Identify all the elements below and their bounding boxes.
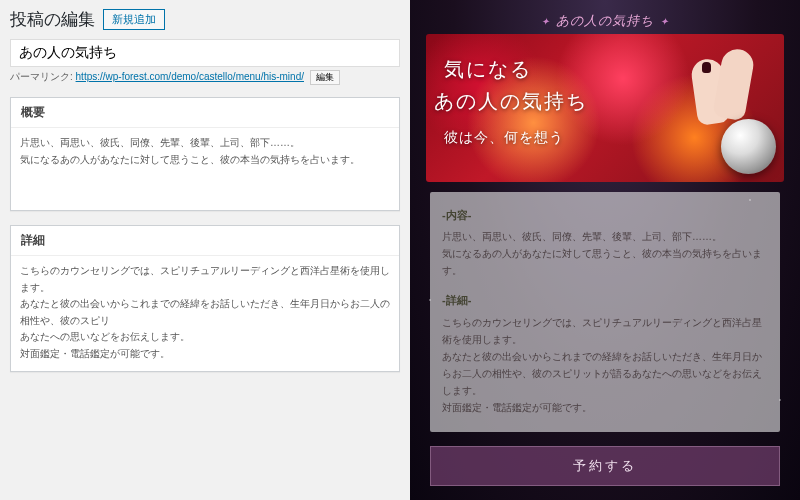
section-body-content: 片思い、両思い、彼氏、同僚、先輩、後輩、上司、部下……。 気になるあの人があなた… xyxy=(442,228,768,279)
hero-line2: あの人の気持ち xyxy=(434,88,588,115)
hero-image: 気になる あの人の気持ち 彼は今、何を想う xyxy=(426,34,784,182)
hero-text: 気になる あの人の気持ち 彼は今、何を想う xyxy=(444,56,588,147)
section-body-detail: こちらのカウンセリングでは、スピリチュアルリーディングと西洋占星術を使用します。… xyxy=(442,314,768,416)
content-panel: -内容- 片思い、両思い、彼氏、同僚、先輩、後輩、上司、部下……。 気になるあの… xyxy=(430,192,780,432)
reserve-button[interactable]: 予約する xyxy=(430,446,780,486)
metabox-detail: 詳細 こちらのカウンセリングでは、スピリチュアルリーディングと西洋占星術を使用し… xyxy=(10,225,400,372)
section-heading-content: -内容- xyxy=(442,206,768,225)
permalink-url[interactable]: https://wp-forest.com/demo/castello/menu… xyxy=(76,71,304,82)
post-title-input[interactable] xyxy=(10,39,400,67)
metabox-title[interactable]: 概要 xyxy=(11,98,399,128)
summary-textarea[interactable]: 片思い、両思い、彼氏、同僚、先輩、後輩、上司、部下……。 気になるあの人があなた… xyxy=(11,128,399,208)
page-tag: あの人の気持ち xyxy=(416,12,794,30)
permalink-edit-button[interactable]: 編集 xyxy=(310,70,340,85)
editor-header: 投稿の編集 新規追加 xyxy=(10,8,400,31)
hero-line1: 気になる xyxy=(444,56,588,83)
preview-panel: あの人の気持ち 気になる あの人の気持ち 彼は今、何を想う -内容- 片思い、両… xyxy=(410,0,800,500)
page-title: 投稿の編集 xyxy=(10,8,95,31)
hero-line3: 彼は今、何を想う xyxy=(444,129,588,147)
metabox-title[interactable]: 詳細 xyxy=(11,226,399,256)
add-new-button[interactable]: 新規追加 xyxy=(103,9,165,30)
section-heading-detail: -詳細- xyxy=(442,291,768,310)
metabox-summary: 概要 片思い、両思い、彼氏、同僚、先輩、後輩、上司、部下……。 気になるあの人が… xyxy=(10,97,400,211)
detail-textarea[interactable]: こちらのカウンセリングでは、スピリチュアルリーディングと西洋占星術を使用します。… xyxy=(11,256,399,369)
wp-editor-panel: 投稿の編集 新規追加 パーマリンク: https://wp-forest.com… xyxy=(0,0,410,500)
hands-illustration xyxy=(664,44,754,144)
permalink-row: パーマリンク: https://wp-forest.com/demo/caste… xyxy=(10,70,400,85)
permalink-label: パーマリンク: xyxy=(10,71,73,82)
